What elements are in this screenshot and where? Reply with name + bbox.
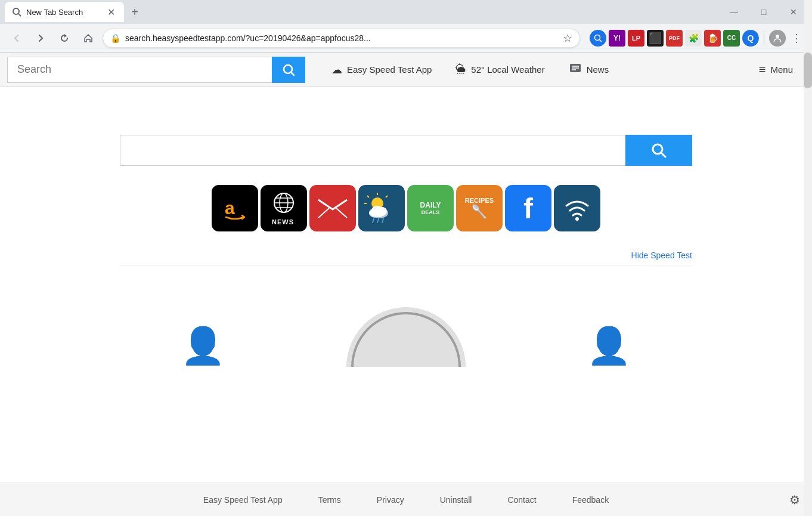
svg-line-1: [18, 14, 21, 16]
footer-link-privacy[interactable]: Privacy: [377, 495, 404, 505]
ext-icon-yahoo[interactable]: Y!: [609, 30, 625, 47]
svg-line-35: [382, 219, 383, 223]
svg-line-25: [386, 196, 388, 197]
active-tab[interactable]: New Tab Search ✕: [5, 2, 124, 22]
footer-link-feedback[interactable]: Feedback: [572, 495, 609, 505]
center-search: [120, 135, 692, 166]
ext-icon-cup[interactable]: 🍺: [704, 30, 721, 47]
globe-icon: [272, 191, 296, 218]
tab-close-button[interactable]: ✕: [105, 6, 117, 18]
address-input-wrap[interactable]: 🔒 search.heasyspeedtestapp.com/?uc=20190…: [103, 29, 580, 48]
quick-link-weather[interactable]: [358, 185, 405, 231]
svg-line-7: [292, 72, 295, 75]
hide-speed-test-link[interactable]: Hide Speed Test: [631, 251, 692, 260]
quick-link-mail[interactable]: [309, 185, 356, 231]
quick-links: a NEWS: [212, 185, 600, 231]
header-search-box: [7, 57, 305, 83]
main-search-button[interactable]: [625, 135, 692, 166]
reload-button[interactable]: [55, 29, 74, 48]
maximize-button[interactable]: □: [750, 0, 777, 24]
ext-icon-puzzle[interactable]: 🧩: [685, 30, 702, 47]
address-bar: 🔒 search.heasyspeedtestapp.com/?uc=20190…: [0, 24, 812, 52]
nav-item-easy-speed-test-label: Easy Speed Test App: [347, 64, 432, 75]
news-icon: [569, 61, 582, 78]
recipes-label-text: RECIPES: [465, 197, 494, 204]
new-tab-button[interactable]: +: [126, 4, 143, 20]
svg-point-32: [369, 209, 386, 217]
back-button[interactable]: [7, 29, 26, 48]
main-content: a NEWS: [0, 87, 812, 445]
news-label: NEWS: [272, 218, 296, 225]
speed-test-area: 👤 👤: [120, 277, 692, 367]
quick-link-recipes[interactable]: RECIPES 🥄: [456, 185, 503, 231]
svg-point-3: [595, 35, 600, 40]
toolbar-divider: [764, 31, 764, 45]
hide-speed-test-row: Hide Speed Test: [120, 251, 692, 265]
nav-menu-label: Menu: [770, 64, 793, 75]
nav-item-local-weather[interactable]: 🌦 52° Local Weather: [444, 52, 556, 87]
gauge-figure-1: 👤: [181, 325, 225, 367]
svg-marker-2: [64, 34, 67, 38]
quick-link-news[interactable]: NEWS: [261, 185, 307, 231]
footer-link-terms[interactable]: Terms: [318, 495, 341, 505]
footer-link-uninstall[interactable]: Uninstall: [440, 495, 472, 505]
footer-link-easy-speed-test-app[interactable]: Easy Speed Test App: [203, 495, 283, 505]
minimize-button[interactable]: —: [720, 0, 748, 24]
bookmark-star-icon[interactable]: ☆: [563, 32, 572, 45]
tab-bar: New Tab Search ✕ + — □ ✕: [0, 0, 812, 24]
window-controls: — □ ✕: [720, 0, 807, 24]
settings-gear-icon[interactable]: ⚙: [789, 493, 800, 507]
quick-link-facebook[interactable]: f: [505, 185, 551, 231]
speed-gauge-2: [346, 307, 466, 367]
gauge-figure-2: 👤: [587, 325, 631, 367]
scrollbar-thumb[interactable]: [804, 52, 812, 88]
home-button[interactable]: [79, 29, 98, 48]
browser-chrome: New Tab Search ✕ + — □ ✕: [0, 0, 812, 52]
gauge-arc-main: [346, 307, 466, 367]
ext-icon-q[interactable]: Q: [742, 30, 759, 47]
site-toolbar: ☁ Easy Speed Test App 🌦 52° Local Weathe…: [0, 52, 812, 87]
footer: Easy Speed Test App Terms Privacy Uninst…: [0, 483, 812, 516]
svg-text:a: a: [225, 198, 235, 218]
quick-link-wifi[interactable]: [554, 185, 600, 231]
ext-icon-cc[interactable]: CC: [723, 30, 740, 47]
speed-gauge-1: 👤: [181, 325, 225, 367]
svg-rect-20: [318, 199, 347, 218]
header-search-input[interactable]: [7, 57, 272, 83]
menu-bars-icon: ≡: [759, 63, 766, 76]
ext-icon-dark[interactable]: ⬛: [647, 30, 664, 47]
nav-item-local-weather-label: 52° Local Weather: [471, 64, 544, 75]
ext-icon-search[interactable]: [590, 30, 606, 47]
ext-icon-pdf[interactable]: PDF: [666, 30, 683, 47]
svg-line-26: [367, 196, 369, 197]
deals-daily-text: DAILY: [420, 201, 441, 209]
svg-line-33: [373, 219, 374, 223]
svg-line-4: [600, 39, 602, 42]
profile-avatar[interactable]: [769, 30, 786, 47]
svg-line-13: [661, 153, 665, 157]
nav-item-easy-speed-test[interactable]: ☁ Easy Speed Test App: [320, 52, 444, 87]
nav-menu-button[interactable]: ≡ Menu: [747, 52, 805, 87]
deals-deals-text: DEALS: [422, 209, 440, 215]
address-text: search.heasyspeedtestapp.com/?uc=2019042…: [125, 33, 558, 43]
tab-title: New Tab Search: [26, 8, 100, 17]
speed-gauge-3: 👤: [587, 325, 631, 367]
header-search-button[interactable]: [272, 57, 305, 83]
chrome-menu-button[interactable]: ⋮: [788, 30, 805, 47]
footer-link-contact[interactable]: Contact: [507, 495, 536, 505]
nav-item-news-label: News: [587, 64, 609, 75]
quick-link-amazon[interactable]: a: [212, 185, 258, 231]
svg-point-36: [575, 217, 579, 221]
cloud-icon: ☁: [331, 63, 342, 76]
nav-item-news[interactable]: News: [557, 52, 621, 87]
main-search-input[interactable]: [120, 135, 625, 166]
forward-button[interactable]: [31, 29, 50, 48]
ext-icon-lastpass[interactable]: LP: [628, 30, 644, 47]
site-nav: ☁ Easy Speed Test App 🌦 52° Local Weathe…: [320, 52, 805, 87]
scrollbar[interactable]: [804, 0, 812, 516]
svg-line-34: [377, 219, 379, 223]
spoon-icon: 🥄: [471, 204, 487, 220]
lock-icon: 🔒: [110, 33, 120, 43]
weather-icon: 🌦: [455, 63, 466, 76]
quick-link-deals[interactable]: DAILY DEALS: [407, 185, 454, 231]
